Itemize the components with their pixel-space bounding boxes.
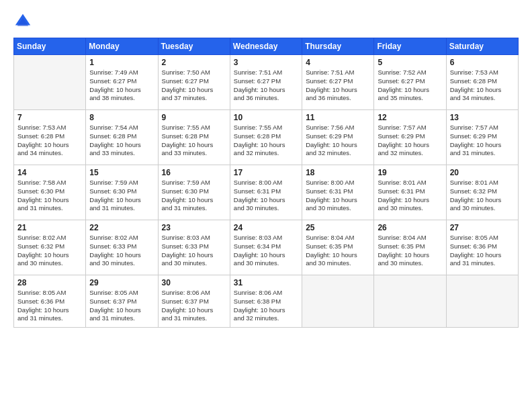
- cell-info: Sunrise: 8:05 AMSunset: 6:37 PMDaylight:…: [89, 289, 154, 323]
- cell-info: Sunrise: 7:49 AMSunset: 6:27 PMDaylight:…: [89, 68, 154, 103]
- day-number: 27: [450, 223, 515, 232]
- calendar-cell: 24Sunrise: 8:03 AMSunset: 6:34 PMDayligh…: [230, 220, 302, 275]
- day-number: 6: [450, 58, 515, 67]
- day-number: 29: [89, 278, 154, 287]
- calendar-cell: 22Sunrise: 8:02 AMSunset: 6:33 PMDayligh…: [86, 220, 158, 275]
- cell-info: Sunrise: 8:00 AMSunset: 6:31 PMDaylight:…: [234, 179, 298, 213]
- cell-info: Sunrise: 7:59 AMSunset: 6:30 PMDaylight:…: [162, 179, 226, 213]
- cell-info: Sunrise: 7:59 AMSunset: 6:30 PMDaylight:…: [89, 179, 154, 213]
- calendar-cell: 9Sunrise: 7:55 AMSunset: 6:28 PMDaylight…: [158, 110, 230, 165]
- day-number: 23: [162, 223, 226, 232]
- day-number: 2: [162, 58, 226, 67]
- calendar-page: SundayMondayTuesdayWednesdayThursdayFrid…: [0, 0, 532, 411]
- cell-info: Sunrise: 8:01 AMSunset: 6:31 PMDaylight:…: [378, 179, 442, 213]
- day-number: 31: [234, 278, 298, 287]
- calendar-cell: 12Sunrise: 7:57 AMSunset: 6:29 PMDayligh…: [374, 110, 446, 165]
- day-number: 22: [89, 223, 154, 232]
- cell-info: Sunrise: 7:52 AMSunset: 6:27 PMDaylight:…: [378, 68, 442, 103]
- day-number: 24: [234, 223, 298, 232]
- calendar-cell: [302, 275, 374, 328]
- cell-info: Sunrise: 8:04 AMSunset: 6:35 PMDaylight:…: [306, 234, 370, 268]
- day-number: 16: [162, 168, 226, 177]
- calendar-cell: 25Sunrise: 8:04 AMSunset: 6:35 PMDayligh…: [302, 220, 374, 275]
- calendar-cell: 10Sunrise: 7:55 AMSunset: 6:28 PMDayligh…: [230, 110, 302, 165]
- cell-info: Sunrise: 8:00 AMSunset: 6:31 PMDaylight:…: [306, 179, 370, 213]
- cell-info: Sunrise: 7:57 AMSunset: 6:29 PMDaylight:…: [450, 124, 515, 158]
- calendar-cell: 1Sunrise: 7:49 AMSunset: 6:27 PMDaylight…: [86, 55, 158, 110]
- calendar-cell: 28Sunrise: 8:05 AMSunset: 6:36 PMDayligh…: [14, 275, 86, 328]
- weekday-header-row: SundayMondayTuesdayWednesdayThursdayFrid…: [14, 38, 519, 55]
- calendar-cell: 8Sunrise: 7:54 AMSunset: 6:28 PMDaylight…: [86, 110, 158, 165]
- day-number: 21: [17, 223, 82, 232]
- day-number: 7: [17, 113, 82, 122]
- calendar-cell: 21Sunrise: 8:02 AMSunset: 6:32 PMDayligh…: [14, 220, 86, 275]
- cell-info: Sunrise: 8:02 AMSunset: 6:32 PMDaylight:…: [17, 234, 82, 268]
- calendar-cell: 5Sunrise: 7:52 AMSunset: 6:27 PMDaylight…: [374, 55, 446, 110]
- calendar-cell: 11Sunrise: 7:56 AMSunset: 6:29 PMDayligh…: [302, 110, 374, 165]
- header: [13, 12, 519, 31]
- calendar-cell: 17Sunrise: 8:00 AMSunset: 6:31 PMDayligh…: [230, 165, 302, 220]
- day-number: 4: [306, 58, 370, 67]
- cell-info: Sunrise: 8:06 AMSunset: 6:37 PMDaylight:…: [162, 289, 226, 323]
- calendar-cell: [374, 275, 446, 328]
- week-row-5: 28Sunrise: 8:05 AMSunset: 6:36 PMDayligh…: [14, 275, 519, 328]
- calendar-cell: 16Sunrise: 7:59 AMSunset: 6:30 PMDayligh…: [158, 165, 230, 220]
- day-number: 5: [378, 58, 442, 67]
- day-number: 15: [89, 168, 154, 177]
- calendar-cell: 26Sunrise: 8:04 AMSunset: 6:35 PMDayligh…: [374, 220, 446, 275]
- day-number: 1: [89, 58, 154, 67]
- logo-icon: [13, 12, 32, 31]
- calendar-cell: 6Sunrise: 7:53 AMSunset: 6:28 PMDaylight…: [446, 55, 518, 110]
- calendar-cell: 14Sunrise: 7:58 AMSunset: 6:30 PMDayligh…: [14, 165, 86, 220]
- day-number: 26: [378, 223, 442, 232]
- cell-info: Sunrise: 7:53 AMSunset: 6:28 PMDaylight:…: [450, 68, 515, 103]
- cell-info: Sunrise: 8:01 AMSunset: 6:32 PMDaylight:…: [450, 179, 515, 213]
- day-number: 8: [89, 113, 154, 122]
- calendar-cell: 13Sunrise: 7:57 AMSunset: 6:29 PMDayligh…: [446, 110, 518, 165]
- calendar-cell: 3Sunrise: 7:51 AMSunset: 6:27 PMDaylight…: [230, 55, 302, 110]
- weekday-header-thursday: Thursday: [302, 38, 374, 55]
- cell-info: Sunrise: 8:05 AMSunset: 6:36 PMDaylight:…: [450, 234, 515, 268]
- cell-info: Sunrise: 7:51 AMSunset: 6:27 PMDaylight:…: [234, 68, 298, 103]
- calendar-cell: 2Sunrise: 7:50 AMSunset: 6:27 PMDaylight…: [158, 55, 230, 110]
- day-number: 20: [450, 168, 515, 177]
- cell-info: Sunrise: 7:53 AMSunset: 6:28 PMDaylight:…: [17, 124, 82, 158]
- cell-info: Sunrise: 8:05 AMSunset: 6:36 PMDaylight:…: [17, 289, 82, 323]
- cell-info: Sunrise: 7:55 AMSunset: 6:28 PMDaylight:…: [162, 124, 226, 158]
- calendar-cell: 29Sunrise: 8:05 AMSunset: 6:37 PMDayligh…: [86, 275, 158, 328]
- cell-info: Sunrise: 8:06 AMSunset: 6:38 PMDaylight:…: [234, 289, 298, 323]
- cell-info: Sunrise: 8:02 AMSunset: 6:33 PMDaylight:…: [89, 234, 154, 268]
- cell-info: Sunrise: 7:58 AMSunset: 6:30 PMDaylight:…: [17, 179, 82, 213]
- cell-info: Sunrise: 7:57 AMSunset: 6:29 PMDaylight:…: [378, 124, 442, 158]
- cell-info: Sunrise: 7:50 AMSunset: 6:27 PMDaylight:…: [162, 68, 226, 103]
- weekday-header-tuesday: Tuesday: [158, 38, 230, 55]
- cell-info: Sunrise: 7:51 AMSunset: 6:27 PMDaylight:…: [306, 68, 370, 103]
- weekday-header-friday: Friday: [374, 38, 446, 55]
- day-number: 30: [162, 278, 226, 287]
- calendar-cell: 23Sunrise: 8:03 AMSunset: 6:33 PMDayligh…: [158, 220, 230, 275]
- day-number: 12: [378, 113, 442, 122]
- cell-info: Sunrise: 8:04 AMSunset: 6:35 PMDaylight:…: [378, 234, 442, 268]
- week-row-4: 21Sunrise: 8:02 AMSunset: 6:32 PMDayligh…: [14, 220, 519, 275]
- day-number: 14: [17, 168, 82, 177]
- day-number: 17: [234, 168, 298, 177]
- calendar-cell: 31Sunrise: 8:06 AMSunset: 6:38 PMDayligh…: [230, 275, 302, 328]
- cell-info: Sunrise: 7:54 AMSunset: 6:28 PMDaylight:…: [89, 124, 154, 158]
- day-number: 9: [162, 113, 226, 122]
- calendar-table: SundayMondayTuesdayWednesdayThursdayFrid…: [13, 38, 519, 328]
- cell-info: Sunrise: 7:55 AMSunset: 6:28 PMDaylight:…: [234, 124, 298, 158]
- cell-info: Sunrise: 8:03 AMSunset: 6:33 PMDaylight:…: [162, 234, 226, 268]
- cell-info: Sunrise: 7:56 AMSunset: 6:29 PMDaylight:…: [306, 124, 370, 158]
- week-row-1: 1Sunrise: 7:49 AMSunset: 6:27 PMDaylight…: [14, 55, 519, 110]
- week-row-3: 14Sunrise: 7:58 AMSunset: 6:30 PMDayligh…: [14, 165, 519, 220]
- calendar-cell: 18Sunrise: 8:00 AMSunset: 6:31 PMDayligh…: [302, 165, 374, 220]
- calendar-cell: 30Sunrise: 8:06 AMSunset: 6:37 PMDayligh…: [158, 275, 230, 328]
- weekday-header-wednesday: Wednesday: [230, 38, 302, 55]
- day-number: 3: [234, 58, 298, 67]
- day-number: 28: [17, 278, 82, 287]
- day-number: 18: [306, 168, 370, 177]
- calendar-cell: 15Sunrise: 7:59 AMSunset: 6:30 PMDayligh…: [86, 165, 158, 220]
- cell-info: Sunrise: 8:03 AMSunset: 6:34 PMDaylight:…: [234, 234, 298, 268]
- day-number: 19: [378, 168, 442, 177]
- calendar-cell: [14, 55, 86, 110]
